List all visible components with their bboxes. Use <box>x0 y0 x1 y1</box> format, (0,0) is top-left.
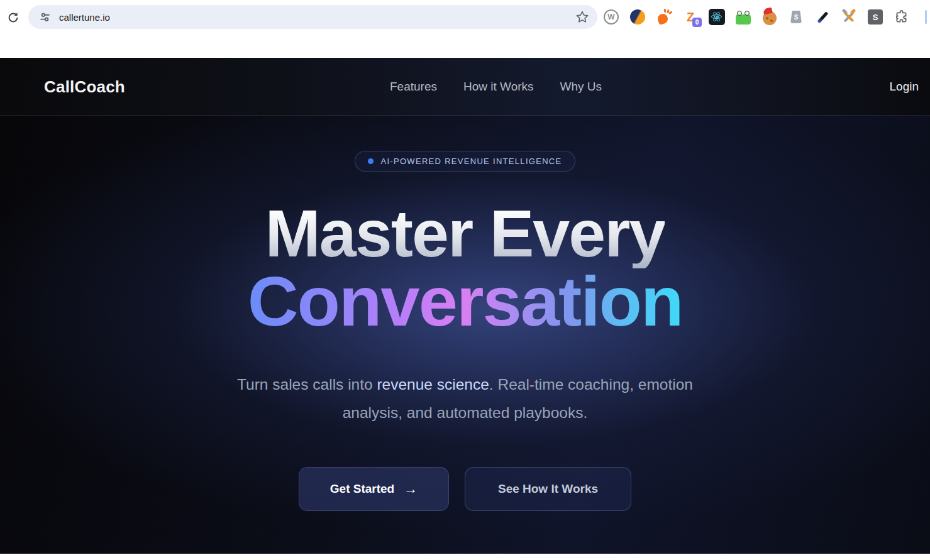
hero-title-line2: Conversation <box>248 265 683 339</box>
extensions-puzzle-icon[interactable] <box>894 9 910 25</box>
url-text[interactable]: callertune.io <box>59 12 110 23</box>
s-square-glyph: S <box>873 13 878 22</box>
wordpress-icon[interactable]: W <box>603 9 619 25</box>
hero-subtitle: Turn sales calls into revenue science. R… <box>217 370 714 427</box>
swirl-extension-icon[interactable] <box>629 9 646 25</box>
cta-row: Get Started → See How It Works <box>299 467 631 511</box>
shopify-icon[interactable]: S <box>788 9 804 25</box>
bookmark-star-icon[interactable] <box>575 9 590 25</box>
subtitle-prefix: Turn sales calls into <box>237 376 377 393</box>
s-square-extension-icon[interactable]: S <box>867 9 883 25</box>
crossed-hammers-icon[interactable] <box>841 9 857 25</box>
hero-title-line1: Master Every <box>265 198 665 268</box>
address-bar[interactable]: callertune.io <box>28 5 597 29</box>
megaphone-extension-icon[interactable] <box>656 9 672 25</box>
site-navbar: CallCoach Features How it Works Why Us L… <box>0 58 930 116</box>
page-bottom-strip <box>0 554 930 560</box>
react-devtools-icon[interactable] <box>709 9 725 25</box>
santa-cookie-icon[interactable] <box>761 9 778 25</box>
badge-label: AI-POWERED REVENUE INTELLIGENCE <box>380 156 562 166</box>
subtitle-highlight: revenue science <box>377 376 489 393</box>
reload-icon[interactable] <box>4 8 23 27</box>
badge-dot-icon <box>368 158 374 164</box>
eyedropper-icon[interactable] <box>814 9 831 25</box>
site-settings-icon[interactable] <box>36 9 53 25</box>
page: callertune.io W Z 0 <box>0 0 930 560</box>
nav-link-how-it-works[interactable]: How it Works <box>463 80 534 94</box>
get-started-label: Get Started <box>330 482 394 496</box>
shopify-glyph: S <box>794 14 799 21</box>
nav-links: Features How it Works Why Us <box>390 58 602 115</box>
browser-toolbar: callertune.io W Z 0 <box>0 0 930 58</box>
get-started-button[interactable]: Get Started → <box>299 467 449 511</box>
brand-logo[interactable]: CallCoach <box>44 77 125 96</box>
hero-badge: AI-POWERED REVENUE INTELLIGENCE <box>355 151 575 172</box>
arrow-right-icon: → <box>404 481 418 497</box>
see-how-it-works-button[interactable]: See How It Works <box>465 467 631 511</box>
extension-toolbar: W Z 0 <box>603 8 910 26</box>
login-link[interactable]: Login <box>890 80 919 94</box>
wordpress-glyph: W <box>607 13 614 21</box>
nav-link-why-us[interactable]: Why Us <box>560 80 602 94</box>
nav-link-features[interactable]: Features <box>390 80 437 94</box>
see-how-it-works-label: See How It Works <box>498 482 598 496</box>
hero-section: AI-POWERED REVENUE INTELLIGENCE Master E… <box>0 116 930 554</box>
robot-extension-icon[interactable] <box>735 9 751 25</box>
profile-avatar-edge[interactable] <box>925 10 927 24</box>
z-extension-icon[interactable]: Z 0 <box>682 9 699 25</box>
z-extension-badge: 0 <box>692 18 702 27</box>
